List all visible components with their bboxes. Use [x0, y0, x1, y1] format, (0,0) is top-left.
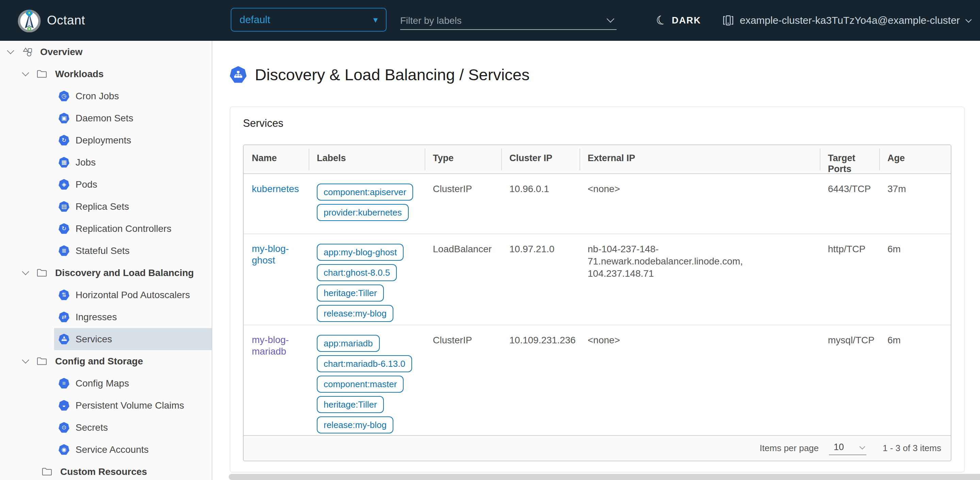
secrets-icon: ⊙	[59, 422, 69, 433]
cell-target-ports: 6443/TCP	[820, 174, 879, 234]
sidebar-item-label: Replica Sets	[76, 201, 129, 212]
applications-icon	[22, 47, 33, 57]
folder-icon	[37, 70, 47, 78]
column-header-target-ports: Target Ports	[820, 145, 879, 174]
dark-theme-toggle[interactable]: ☾ DARK	[656, 0, 701, 41]
label-pill[interactable]: component:apiserver	[317, 184, 413, 201]
jobs-icon: ▦	[59, 157, 69, 168]
sidebar-item-label: Overview	[40, 47, 83, 57]
sidebar-item-label: Jobs	[76, 157, 95, 168]
filter-by-labels-input[interactable]: Filter by labels	[400, 12, 617, 30]
deployments-icon: ↻	[59, 135, 69, 146]
moon-icon: ☾	[654, 12, 669, 29]
chevron-down-icon	[22, 356, 29, 363]
ingresses-icon: ⇄	[59, 312, 69, 323]
sidebar-item-ingresses[interactable]: ⇄ Ingresses	[0, 306, 212, 328]
chevron-down-icon	[22, 69, 29, 76]
service-link-my-blog-ghost[interactable]: my-blog-ghost	[252, 243, 301, 266]
namespace-select[interactable]: default ▾	[231, 8, 387, 32]
stateful-sets-icon: ≣	[59, 246, 69, 256]
sidebar-item-label: Daemon Sets	[76, 113, 134, 124]
table-header-row: Name Labels Type Cluster IP External IP …	[243, 145, 951, 174]
column-header-name: Name	[243, 145, 309, 174]
items-per-page-select[interactable]: 10	[829, 441, 866, 455]
replica-sets-icon: ▤	[59, 201, 69, 212]
sidebar-item-jobs[interactable]: ▦ Jobs	[0, 151, 212, 173]
label-pill[interactable]: chart:ghost-8.0.5	[317, 264, 397, 281]
chevron-down-icon	[859, 444, 865, 449]
sidebar-item-horizontal-pod-autoscalers[interactable]: ⇅ Horizontal Pod Autoscalers	[0, 284, 212, 306]
sidebar-item-label: Pods	[76, 179, 97, 190]
sidebar-item-deployments[interactable]: ↻ Deployments	[0, 129, 212, 151]
pods-icon: ◈	[59, 179, 69, 190]
folder-icon	[37, 269, 47, 277]
label-pill[interactable]: release:my-blog	[317, 417, 393, 433]
table-row: my-blog-mariadb app:mariadb chart:mariad…	[243, 325, 951, 435]
sidebar-item-secrets[interactable]: ⊙ Secrets	[0, 417, 212, 439]
cluster-context-menu[interactable]: example-cluster-ka3TuTzYo4a@example-clus…	[722, 0, 970, 41]
sidebar-item-services[interactable]: Services	[0, 328, 212, 350]
cell-target-ports: mysql/TCP	[820, 325, 879, 435]
sidebar-item-label: Workloads	[55, 69, 104, 79]
services-icon	[59, 334, 69, 345]
sidebar-item-replica-sets[interactable]: ▤ Replica Sets	[0, 195, 212, 217]
chevron-down-icon: ▾	[373, 14, 378, 25]
horizontal-scrollbar[interactable]	[229, 474, 980, 480]
sidebar-item-overview[interactable]: Overview	[0, 41, 212, 63]
sidebar-item-config-maps[interactable]: ≡ Config Maps	[0, 372, 212, 394]
sidebar-item-label: Config Maps	[76, 378, 129, 389]
sidebar-item-label: Persistent Volume Claims	[76, 400, 184, 411]
cell-age: 6m	[879, 325, 951, 435]
table-row: my-blog-ghost app:my-blog-ghost chart:gh…	[243, 234, 951, 325]
column-header-age: Age	[879, 145, 951, 174]
label-pill[interactable]: app:my-blog-ghost	[317, 244, 404, 261]
label-pill[interactable]: app:mariadb	[317, 335, 380, 352]
label-pill[interactable]: release:my-blog	[317, 305, 393, 322]
cell-external-ip: <none>	[579, 174, 820, 234]
sidebar-item-replication-controllers[interactable]: ↻ Replication Controllers	[0, 217, 212, 240]
sidebar-item-cron-jobs[interactable]: ◷ Cron Jobs	[0, 85, 212, 107]
sidebar-item-label: Stateful Sets	[76, 246, 130, 256]
sidebar-navigation: Overview Workloads ◷ Cron Jobs ▣ Daemon …	[0, 41, 212, 480]
folder-icon	[37, 357, 47, 366]
column-header-type: Type	[425, 145, 501, 174]
octant-logo	[18, 8, 41, 32]
label-pill[interactable]: heritage:Tiller	[317, 285, 384, 301]
column-header-external-ip: External IP	[579, 145, 820, 174]
label-pill[interactable]: heritage:Tiller	[317, 396, 384, 413]
table-pagination: Items per page 10 1 - 3 of 3 items	[243, 435, 951, 461]
cell-type: ClusterIP	[425, 325, 501, 435]
services-card: Services Name Labels Type Cluster IP Ext…	[230, 106, 965, 472]
pagination-range-text: 1 - 3 of 3 items	[883, 443, 941, 453]
sidebar-group-config-and-storage[interactable]: Config and Storage	[0, 350, 212, 372]
sidebar-item-label: Service Accounts	[76, 444, 149, 455]
sidebar-item-stateful-sets[interactable]: ≣ Stateful Sets	[0, 240, 212, 262]
services-datagrid: Name Labels Type Cluster IP External IP …	[243, 144, 951, 461]
service-link-kubernetes[interactable]: kubernetes	[252, 183, 299, 195]
cell-cluster-ip: 10.96.0.1	[501, 174, 579, 234]
main-content: Discovery & Load Balancing / Services Se…	[213, 41, 980, 480]
sidebar-item-label: Config and Storage	[55, 356, 143, 367]
sidebar-item-service-accounts[interactable]: ◉ Service Accounts	[0, 439, 212, 461]
sidebar-group-discovery-and-load-balancing[interactable]: Discovery and Load Balancing	[0, 262, 212, 284]
page-title: Discovery & Load Balancing / Services	[255, 65, 530, 84]
sidebar-item-daemon-sets[interactable]: ▣ Daemon Sets	[0, 107, 212, 129]
label-pill[interactable]: component:master	[317, 375, 404, 393]
chevron-down-icon	[22, 268, 29, 275]
chevron-down-icon	[7, 47, 14, 54]
label-pill[interactable]: chart:mariadb-6.13.0	[317, 355, 412, 372]
sidebar-group-custom-resources[interactable]: Custom Resources	[0, 461, 212, 480]
service-accounts-icon: ◉	[59, 444, 69, 455]
label-pill[interactable]: provider:kubernetes	[317, 204, 409, 221]
service-link-my-blog-mariadb[interactable]: my-blog-mariadb	[252, 334, 301, 357]
cell-external-ip: nb-104-237-148-71.newark.nodebalancer.li…	[579, 234, 820, 325]
sidebar-item-pods[interactable]: ◈ Pods	[0, 173, 212, 195]
sidebar-item-label: Services	[76, 334, 112, 345]
cell-cluster-ip: 10.109.231.236	[501, 325, 579, 435]
cell-age: 6m	[879, 234, 951, 325]
sidebar-group-workloads[interactable]: Workloads	[0, 63, 212, 85]
chevron-down-icon	[607, 15, 614, 23]
sidebar-item-persistent-volume-claims[interactable]: ◒ Persistent Volume Claims	[0, 394, 212, 417]
cron-jobs-icon: ◷	[59, 91, 69, 101]
sidebar-item-label: Deployments	[76, 135, 131, 146]
